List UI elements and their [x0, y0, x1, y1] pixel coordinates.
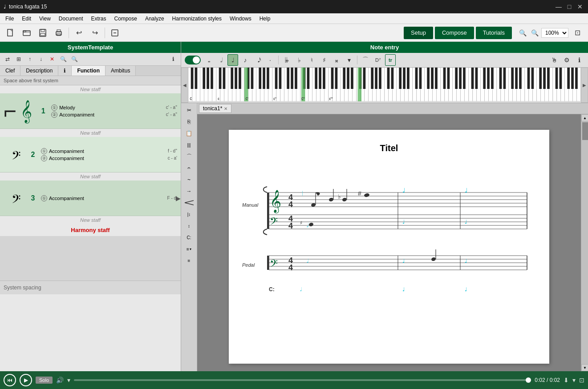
- save-button[interactable]: [36, 26, 50, 40]
- note-toggle[interactable]: [185, 56, 201, 64]
- settings-playback-button[interactable]: ⊡: [579, 377, 584, 384]
- menu-view[interactable]: View: [36, 13, 54, 24]
- export-dropdown-button[interactable]: ▾: [572, 377, 576, 384]
- undo-button[interactable]: ↩: [72, 26, 86, 40]
- score-tab-tonica1[interactable]: tonica1* ✕: [199, 104, 231, 113]
- menu-help[interactable]: Help: [256, 13, 274, 24]
- tab-description[interactable]: Description: [20, 66, 58, 76]
- info-btn[interactable]: ℹ: [574, 54, 584, 66]
- panel-tool-2[interactable]: ⊞: [14, 54, 24, 64]
- half-note-btn[interactable]: 𝅗𝅥: [215, 54, 226, 66]
- open-button[interactable]: [20, 26, 34, 40]
- piano-keys[interactable]: // We'll do this manually via SVG rects …: [188, 68, 581, 103]
- title-bar-controls[interactable]: — □ ✕: [554, 2, 584, 11]
- arrow-tool[interactable]: →: [183, 186, 195, 197]
- slur-tool[interactable]: ⌒: [183, 151, 195, 162]
- text-tool[interactable]: |↕: [183, 209, 195, 220]
- panel-info-button[interactable]: ℹ: [168, 54, 178, 64]
- piano-keyboard[interactable]: ◀ // We'll do this manually via SVG rect…: [181, 68, 588, 103]
- minimize-button[interactable]: —: [554, 2, 563, 11]
- panel-zoom-out-button[interactable]: 🔍: [58, 54, 68, 64]
- articulation-tool[interactable]: ↕: [183, 221, 195, 231]
- menu-harmonization[interactable]: Harmonization styles: [169, 13, 225, 24]
- harmony-dropdown-tool[interactable]: ≡▾: [183, 244, 195, 254]
- compose-button[interactable]: Compose: [435, 27, 474, 39]
- scrollbar-right[interactable]: ▲ ▼: [581, 114, 588, 371]
- fit-page-button[interactable]: ⊡: [570, 26, 584, 40]
- tutorials-button[interactable]: Tutorials: [476, 27, 512, 39]
- gliss-tool[interactable]: ~: [183, 174, 195, 185]
- panel-down-button[interactable]: ↓: [36, 54, 46, 64]
- trill-btn[interactable]: tr: [385, 54, 396, 66]
- paste-tool[interactable]: 📋: [183, 128, 195, 139]
- panel-delete-button[interactable]: ✕: [47, 54, 57, 64]
- print-button[interactable]: [52, 26, 66, 40]
- sharp-btn[interactable]: ♯: [319, 54, 329, 66]
- fermata-tool[interactable]: 𝄐: [183, 163, 195, 173]
- setup-button[interactable]: Setup: [404, 27, 433, 39]
- quarter-note-btn[interactable]: ♩: [227, 54, 238, 66]
- scroll-thumb[interactable]: [582, 122, 588, 140]
- menu-document[interactable]: Document: [55, 13, 87, 24]
- score-tab-close[interactable]: ✕: [224, 106, 227, 111]
- zoom-in-button[interactable]: 🔍: [529, 28, 540, 37]
- natural-btn[interactable]: ♮: [306, 54, 317, 66]
- zoom-out-button[interactable]: 🔍: [517, 28, 528, 37]
- accidentals-dropdown-btn[interactable]: ▾: [344, 54, 354, 66]
- rhythm-tool[interactable]: ≡: [183, 255, 195, 266]
- staff-row-2[interactable]: 𝄢 2 ① Accompaniment f - d'' ② Accompanim…: [0, 137, 181, 172]
- export-button[interactable]: [108, 26, 122, 40]
- export-audio-button[interactable]: ⬇: [564, 377, 569, 384]
- menu-analyze[interactable]: Analyze: [142, 13, 168, 24]
- score-svg-wrapper[interactable]: Titel Manual: [197, 114, 581, 371]
- staff-row-1[interactable]: ⌐ 𝄞 1 ① Melody c' - a'' ② Accompaniment …: [0, 93, 181, 129]
- menu-windows[interactable]: Windows: [226, 13, 255, 24]
- chord-symbol-tool[interactable]: C:: [183, 232, 195, 243]
- maximize-button[interactable]: □: [565, 2, 574, 11]
- flat-btn[interactable]: ♭: [294, 54, 304, 66]
- eighth-note-btn[interactable]: ♪: [240, 54, 251, 66]
- panel-zoom-in-button[interactable]: 🔍: [69, 54, 79, 64]
- mouse-mode-btn[interactable]: 🖱: [549, 54, 560, 66]
- settings-btn[interactable]: ⚙: [561, 54, 572, 66]
- tab-function[interactable]: Function: [72, 66, 105, 76]
- staff-row-3[interactable]: 𝄢 3 ① Accompaniment F - d' ▶: [0, 180, 181, 216]
- crescendo-tool[interactable]: [183, 197, 195, 208]
- tab-info[interactable]: ℹ: [58, 66, 72, 76]
- volume-dropdown-button[interactable]: ▾: [67, 377, 70, 384]
- panel-up-button[interactable]: ↑: [25, 54, 35, 64]
- tab-clef[interactable]: Clef: [0, 66, 20, 76]
- scroll-up-button[interactable]: ▲: [581, 114, 588, 121]
- dot-btn[interactable]: ·: [265, 54, 276, 66]
- redo-button[interactable]: ↪: [88, 26, 102, 40]
- scroll-down-button[interactable]: ▼: [581, 364, 588, 371]
- whole-note-btn[interactable]: 𝅝: [203, 54, 213, 66]
- double-sharp-btn[interactable]: 𝄪: [331, 54, 342, 66]
- scroll-track[interactable]: [581, 121, 588, 364]
- rewind-button[interactable]: ⏮: [4, 374, 16, 386]
- playback-progress[interactable]: [74, 379, 531, 381]
- d7-btn[interactable]: D⁷: [373, 54, 383, 66]
- tie-btn[interactable]: ⌒: [360, 54, 371, 66]
- panel-move-up-button[interactable]: ⇄: [3, 54, 12, 64]
- beam-tool[interactable]: |||: [183, 140, 195, 150]
- copy-tool[interactable]: ⎘: [183, 116, 195, 127]
- sixteenth-note-btn[interactable]: 𝅘𝅥𝅯: [252, 54, 263, 66]
- menu-extras[interactable]: Extras: [88, 13, 110, 24]
- menu-compose[interactable]: Compose: [111, 13, 141, 24]
- playback-position[interactable]: [526, 377, 531, 383]
- menu-edit[interactable]: Edit: [18, 13, 35, 24]
- solo-button[interactable]: Solo: [36, 377, 53, 384]
- tab-ambitus[interactable]: Ambitus: [105, 66, 136, 76]
- expand-arrow[interactable]: ▶: [176, 195, 181, 202]
- close-button[interactable]: ✕: [576, 2, 584, 11]
- zoom-select[interactable]: 100% 75% 125% 150%: [541, 28, 568, 38]
- volume-button[interactable]: 🔊: [56, 377, 64, 384]
- piano-right-btn[interactable]: ▶: [581, 68, 588, 103]
- piano-left-btn[interactable]: ◀: [181, 68, 188, 103]
- double-flat-btn[interactable]: 𝄫: [281, 54, 292, 66]
- play-button[interactable]: ▶: [20, 374, 32, 386]
- new-button[interactable]: [4, 26, 18, 40]
- menu-file[interactable]: File: [2, 13, 17, 24]
- scissors-tool[interactable]: ✂: [183, 105, 195, 116]
